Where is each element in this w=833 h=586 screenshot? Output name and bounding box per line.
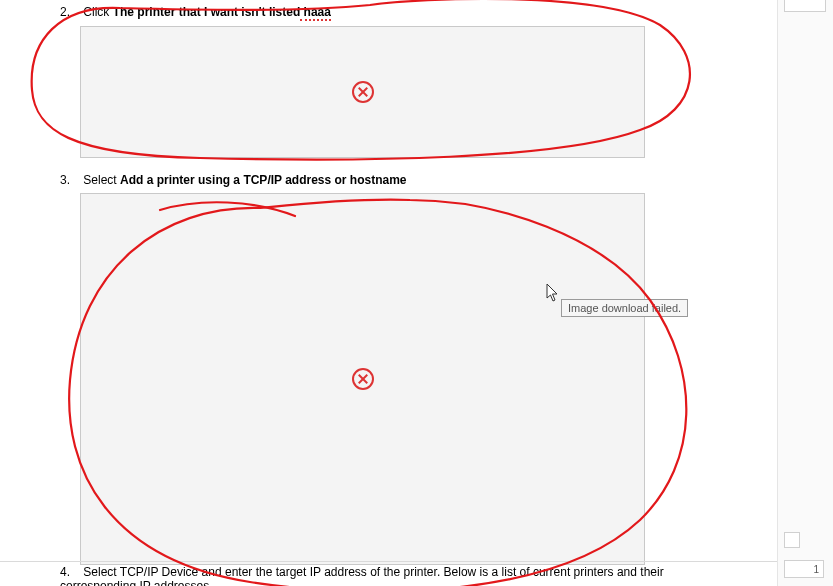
sidebar-page-number[interactable]: 1 xyxy=(784,560,824,578)
list-number: 2. xyxy=(60,5,80,19)
sidebar: 1 xyxy=(777,0,833,586)
broken-image-icon xyxy=(352,81,374,103)
list-number: 4. xyxy=(60,565,80,579)
list-text: Select Add a printer using a TCP/IP addr… xyxy=(83,173,406,187)
broken-image-placeholder[interactable] xyxy=(80,26,645,158)
spelling-error: haaa xyxy=(300,5,331,21)
list-text: Select TCP/IP Device and enter the targe… xyxy=(60,565,664,586)
list-item-2: 2. Click The printer that I want isn't l… xyxy=(60,5,331,19)
list-item-3: 3. Select Add a printer using a TCP/IP a… xyxy=(60,173,407,187)
list-item-4: 4. Select TCP/IP Device and enter the ta… xyxy=(60,565,720,586)
document-page: 2. Click The printer that I want isn't l… xyxy=(0,0,777,586)
sidebar-marker[interactable] xyxy=(784,532,800,548)
image-tooltip: Image download failed. xyxy=(561,299,688,317)
broken-image-placeholder[interactable] xyxy=(80,193,645,565)
list-text: Click The printer that I want isn't list… xyxy=(83,5,331,21)
sidebar-thumbnail[interactable] xyxy=(784,0,826,12)
page-divider xyxy=(0,561,777,562)
broken-image-icon xyxy=(352,368,374,390)
list-number: 3. xyxy=(60,173,80,187)
